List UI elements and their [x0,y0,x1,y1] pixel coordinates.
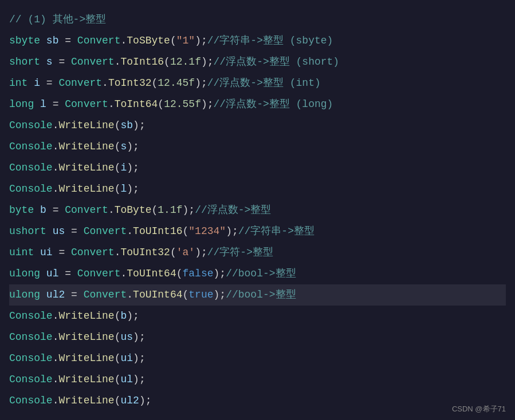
code-editor: // (1) 其他->整型 sbyte sb = Convert.ToSByte… [0,0,515,420]
code-line-5: long l = Convert.ToInt64(12.55f);//浮点数->… [9,94,506,115]
code-line-14: ulong ul2 = Convert.ToUInt64(true);//boo… [9,284,506,306]
code-line-11: ushort us = Convert.ToUInt16("1234");//字… [9,221,506,242]
code-line-9: Console.WriteLine(l); [9,179,506,200]
code-line-10: byte b = Convert.ToByte(1.1f);//浮点数->整型 [9,200,506,221]
code-line-12: uint ui = Convert.ToUInt32('a');//字符->整型 [9,242,506,263]
code-line-6: Console.WriteLine(sb); [9,115,506,136]
code-line-18: Console.WriteLine(ul); [9,369,506,390]
code-line-7: Console.WriteLine(s); [9,136,506,157]
code-line-16: Console.WriteLine(us); [9,327,506,348]
code-line-17: Console.WriteLine(ui); [9,348,506,369]
code-line-13: ulong ul = Convert.ToUInt64(false);//boo… [9,263,506,284]
code-line-3: short s = Convert.ToInt16(12.1f);//浮点数->… [9,51,506,73]
code-line-1: // (1) 其他->整型 [9,9,506,30]
code-line-8: Console.WriteLine(i); [9,157,506,179]
code-line-2: sbyte sb = Convert.ToSByte("1");//字符串->整… [9,30,506,51]
code-line-4: int i = Convert.ToInt32(12.45f);//浮点数->整… [9,73,506,94]
code-line-15: Console.WriteLine(b); [9,306,506,327]
code-line-19: Console.WriteLine(ul2); [9,390,506,411]
watermark: CSDN @希子71 [452,404,506,414]
